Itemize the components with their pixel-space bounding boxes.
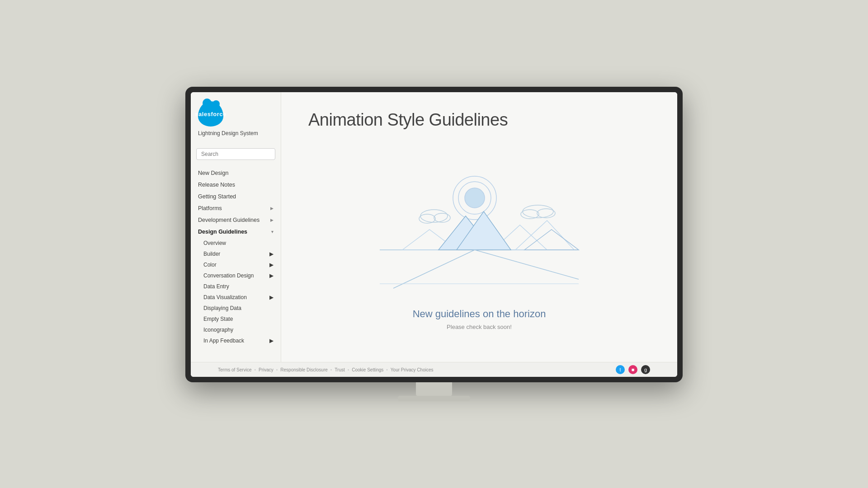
sidebar: salesforce Lightning Design System New D… [191, 92, 281, 362]
footer-trust[interactable]: Trust [335, 367, 344, 372]
chevron-right-icon: ▶ [269, 262, 274, 268]
sidebar-item-conversation-design[interactable]: Conversation Design ▶ [191, 270, 281, 281]
svg-line-18 [475, 250, 579, 279]
chevron-right-icon: ▶ [269, 294, 274, 300]
footer-social: t ■ g [616, 365, 650, 374]
chevron-down-icon: ▾ [271, 230, 274, 234]
footer-responsible-disclosure[interactable]: Responsible Disclosure [280, 367, 328, 372]
sidebar-item-data-entry[interactable]: Data Entry [191, 281, 281, 292]
main-content: Animation Style Guidelines [281, 92, 677, 362]
chevron-right-icon: ▶ [269, 251, 274, 257]
illustration-area: New guidelines on the horizon Please che… [308, 148, 650, 344]
horizon-illustration [366, 162, 592, 297]
sidebar-item-platforms[interactable]: Platforms ▶ [191, 202, 281, 214]
github-icon[interactable]: g [641, 365, 650, 374]
svg-point-3 [465, 188, 485, 208]
chevron-right-icon: ▶ [270, 206, 274, 211]
footer: Terms of Service • Privacy • Responsible… [191, 362, 677, 377]
salesforce-logo[interactable]: salesforce [198, 101, 223, 127]
sidebar-item-getting-started[interactable]: Getting Started [191, 191, 281, 202]
sidebar-item-data-visualization[interactable]: Data Visualization ▶ [191, 292, 281, 303]
sidebar-item-color[interactable]: Color ▶ [191, 259, 281, 270]
sidebar-item-displaying-data[interactable]: Displaying Data [191, 303, 281, 314]
illustration-heading: New guidelines on the horizon [413, 308, 546, 320]
svg-marker-16 [524, 230, 579, 250]
sidebar-item-release-notes[interactable]: Release Notes [191, 179, 281, 191]
footer-links: Terms of Service • Privacy • Responsible… [218, 367, 434, 372]
logo-text: salesforce [195, 111, 226, 117]
sidebar-item-overview[interactable]: Overview [191, 238, 281, 249]
footer-privacy[interactable]: Privacy [259, 367, 274, 372]
svg-marker-12 [515, 221, 574, 250]
twitter-icon[interactable]: t [616, 365, 625, 374]
monitor-stand-base [398, 396, 470, 401]
footer-your-privacy[interactable]: Your Privacy Choices [391, 367, 434, 372]
design-guidelines-subnav: Overview Builder ▶ Color ▶ Conversation … [191, 238, 281, 346]
monitor-stand-neck [416, 382, 452, 396]
sidebar-item-in-app-feedback[interactable]: In App Feedback ▶ [191, 335, 281, 346]
illustration-subtext: Please check back soon! [447, 324, 512, 330]
sidebar-item-empty-state[interactable]: Empty State [191, 314, 281, 324]
logo-area: salesforce Lightning Design System [191, 92, 281, 148]
instagram-icon[interactable]: ■ [628, 365, 637, 374]
nav-list: New Design Release Notes Getting Started… [191, 167, 281, 238]
svg-line-17 [393, 250, 475, 288]
footer-cookie-settings[interactable]: Cookie Settings [352, 367, 383, 372]
chevron-right-icon: ▶ [270, 218, 274, 222]
sidebar-item-iconography[interactable]: Iconography [191, 324, 281, 335]
search-box [196, 148, 275, 160]
search-input[interactable] [196, 148, 275, 160]
sidebar-item-new-design[interactable]: New Design [191, 167, 281, 179]
sidebar-item-development-guidelines[interactable]: Development Guidelines ▶ [191, 214, 281, 226]
svg-point-8 [521, 210, 539, 219]
footer-terms[interactable]: Terms of Service [218, 367, 251, 372]
app-title: Lightning Design System [198, 130, 258, 137]
page-title: Animation Style Guidelines [308, 110, 650, 130]
sidebar-item-builder[interactable]: Builder ▶ [191, 249, 281, 259]
chevron-right-icon: ▶ [269, 338, 274, 344]
sidebar-item-design-guidelines[interactable]: Design Guidelines ▾ [191, 226, 281, 238]
chevron-right-icon: ▶ [269, 272, 274, 279]
